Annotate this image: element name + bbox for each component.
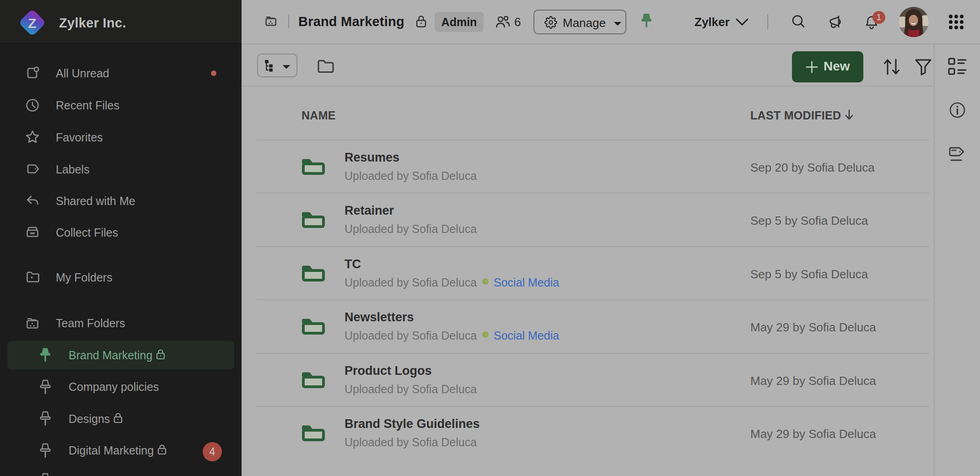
svg-text:Z: Z [28, 16, 36, 31]
